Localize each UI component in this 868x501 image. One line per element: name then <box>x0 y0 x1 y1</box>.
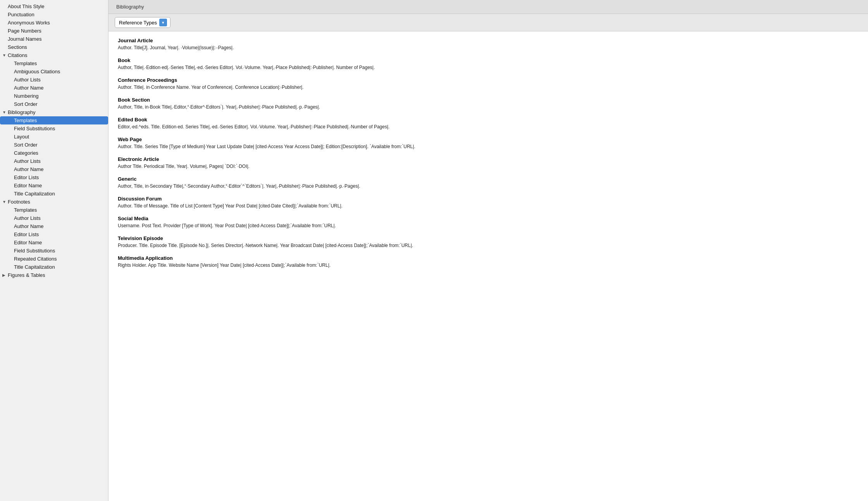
main-content: Bibliography Reference Types ▾ Journal A… <box>108 0 868 501</box>
ref-body: Rights Holder. App Title. Website Name [… <box>118 262 859 269</box>
ref-body: Author Title. Periodical Title, Year|. V… <box>118 163 859 170</box>
ref-body: Username. Post Text. Provider [Type of W… <box>118 222 859 229</box>
sidebar-item-author-lists-bibliography[interactable]: Author Lists <box>0 157 108 165</box>
ref-entry: Conference ProceedingsAuthor. Title|. in… <box>118 77 859 91</box>
sidebar-group-label-footnotes[interactable]: ▼Footnotes <box>0 198 108 206</box>
sidebar-item-editor-lists-footnotes[interactable]: Editor Lists <box>0 230 108 238</box>
ref-title: Book Section <box>118 97 859 103</box>
sidebar-item-sort-order-citations[interactable]: Sort Order <box>0 100 108 108</box>
ref-entry: Web PageAuthor. Title. Series Title [Typ… <box>118 136 859 150</box>
ref-title: Multimedia Application <box>118 255 859 261</box>
ref-body: Author. Title of Message. Title of List … <box>118 202 859 209</box>
ref-title: Book <box>118 57 859 63</box>
sidebar-group-label-bibliography[interactable]: ▼Bibliography <box>0 108 108 116</box>
ref-entry: BookAuthor, Title|.·Edition·ed|.·Series … <box>118 57 859 71</box>
sidebar-item-anonymous-works[interactable]: Anonymous Works <box>0 19 108 27</box>
sidebar-item-title-capitalization-footnotes[interactable]: Title Capitalization <box>0 263 108 271</box>
triangle-icon: ▼ <box>2 200 7 204</box>
group-label-text: Bibliography <box>8 109 36 115</box>
sidebar-item-ambiguous-citations-citations[interactable]: Ambiguous Citations <box>0 67 108 76</box>
ref-title: Discussion Forum <box>118 196 859 202</box>
ref-body: Editor,·ed.^eds. Title. Edition·ed. Seri… <box>118 123 859 130</box>
triangle-icon: ▼ <box>2 110 7 114</box>
ref-title: Television Episode <box>118 235 859 241</box>
sidebar-group-footnotes: ▼FootnotesTemplatesAuthor ListsAuthor Na… <box>0 198 108 271</box>
sidebar-item-sections[interactable]: Sections <box>0 43 108 51</box>
sidebar-item-journal-names[interactable]: Journal Names <box>0 35 108 43</box>
triangle-icon: ▶ <box>2 273 7 277</box>
sidebar-item-author-lists-footnotes[interactable]: Author Lists <box>0 214 108 222</box>
ref-title: Journal Article <box>118 38 859 43</box>
group-label-text: Citations <box>8 52 28 58</box>
ref-entry: Discussion ForumAuthor. Title of Message… <box>118 196 859 209</box>
sidebar-item-sort-order-bibliography[interactable]: Sort Order <box>0 141 108 149</box>
ref-body: Author. Title|. in·Conference Name. Year… <box>118 84 859 91</box>
ref-entry: Journal ArticleAuthor. Title[J]. Journal… <box>118 38 859 51</box>
ref-entry: Television EpisodeProducer. Title. Episo… <box>118 235 859 249</box>
ref-title: Generic <box>118 176 859 182</box>
ref-body: Author. Title[J]. Journal, Year|. ·Volum… <box>118 44 859 51</box>
ref-entry: Edited BookEditor,·ed.^eds. Title. Editi… <box>118 117 859 130</box>
sidebar-item-field-substitutions-bibliography[interactable]: Field Substitutions <box>0 124 108 133</box>
sidebar-item-author-name-citations[interactable]: Author Name <box>0 84 108 92</box>
sidebar-item-field-substitutions-footnotes[interactable]: Field Substitutions <box>0 247 108 255</box>
group-label-text: Footnotes <box>8 199 30 205</box>
sidebar-item-editor-name-footnotes[interactable]: Editor Name <box>0 238 108 247</box>
sidebar-item-editor-lists-bibliography[interactable]: Editor Lists <box>0 173 108 181</box>
ref-body: Producer. Title. Episode Title. [Episode… <box>118 242 859 249</box>
header-bar: Bibliography <box>108 0 868 14</box>
sidebar-group-figures-&-tables: ▶Figures & Tables <box>0 271 108 279</box>
ref-entry: Electronic ArticleAuthor Title. Periodic… <box>118 156 859 170</box>
sidebar-group-label-citations[interactable]: ▼Citations <box>0 51 108 59</box>
sidebar-item-templates-bibliography[interactable]: Templates <box>0 116 108 124</box>
sidebar-item-repeated-citations-footnotes[interactable]: Repeated Citations <box>0 255 108 263</box>
sidebar-item-author-name-bibliography[interactable]: Author Name <box>0 165 108 173</box>
ref-entry: Book SectionAuthor, Title, in·Book Title… <box>118 97 859 111</box>
ref-body: Author, Title|.·Edition·ed|.·Series Titl… <box>118 64 859 71</box>
sidebar-item-templates-footnotes[interactable]: Templates <box>0 206 108 214</box>
sidebar-children: TemplatesAuthor ListsAuthor NameEditor L… <box>0 206 108 271</box>
sidebar-group-citations: ▼CitationsTemplatesAmbiguous CitationsAu… <box>0 51 108 108</box>
ref-title: Edited Book <box>118 117 859 123</box>
chevron-down-icon: ▾ <box>159 19 167 26</box>
triangle-icon: ▼ <box>2 53 7 57</box>
ref-body: Author. Title. Series Title [Type of Med… <box>118 143 859 150</box>
sidebar-item-categories-bibliography[interactable]: Categories <box>0 149 108 157</box>
ref-entry: GenericAuthor, Title, in·Secondary Title… <box>118 176 859 190</box>
header-title: Bibliography <box>116 4 144 10</box>
ref-title: Social Media <box>118 216 859 221</box>
ref-title: Conference Proceedings <box>118 77 859 83</box>
reference-types-dropdown[interactable]: Reference Types ▾ <box>115 17 170 28</box>
ref-title: Web Page <box>118 136 859 142</box>
ref-entry: Social MediaUsername. Post Text. Provide… <box>118 216 859 229</box>
sidebar-item-about-this-style[interactable]: About This Style <box>0 2 108 10</box>
sidebar-children: TemplatesAmbiguous CitationsAuthor Lists… <box>0 59 108 108</box>
ref-body: Author, Title, in·Secondary Title|,°·Sec… <box>118 183 859 190</box>
ref-title: Electronic Article <box>118 156 859 162</box>
sidebar-group-bibliography: ▼BibliographyTemplatesField Substitution… <box>0 108 108 198</box>
sidebar-group-label-figures-&-tables[interactable]: ▶Figures & Tables <box>0 271 108 279</box>
sidebar-item-page-numbers[interactable]: Page Numbers <box>0 27 108 35</box>
sidebar: About This StylePunctuationAnonymous Wor… <box>0 0 108 501</box>
content-area: Journal ArticleAuthor. Title[J]. Journal… <box>108 31 868 501</box>
sidebar-item-layout-bibliography[interactable]: Layout <box>0 133 108 141</box>
sidebar-item-author-name-footnotes[interactable]: Author Name <box>0 222 108 230</box>
sidebar-item-title-capitalization-bibliography[interactable]: Title Capitalization <box>0 190 108 198</box>
sidebar-item-author-lists-citations[interactable]: Author Lists <box>0 76 108 84</box>
sidebar-item-punctuation[interactable]: Punctuation <box>0 10 108 19</box>
sidebar-children: TemplatesField SubstitutionsLayoutSort O… <box>0 116 108 198</box>
sidebar-item-templates-citations[interactable]: Templates <box>0 59 108 67</box>
sidebar-item-editor-name-bibliography[interactable]: Editor Name <box>0 181 108 190</box>
dropdown-label: Reference Types <box>119 20 157 26</box>
sidebar-item-numbering-citations[interactable]: Numbering <box>0 92 108 100</box>
toolbar-bar: Reference Types ▾ <box>108 14 868 31</box>
ref-entry: Multimedia ApplicationRights Holder. App… <box>118 255 859 269</box>
ref-body: Author, Title, in·Book Title|,·Editor,°·… <box>118 104 859 111</box>
group-label-text: Figures & Tables <box>8 272 45 278</box>
